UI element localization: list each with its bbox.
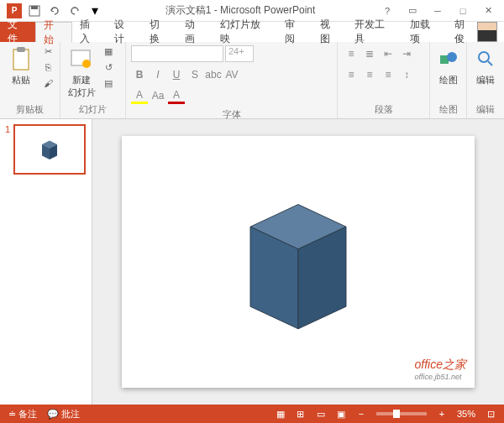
notes-button[interactable]: ≐ 备注 <box>3 408 42 420</box>
save-icon[interactable] <box>25 2 44 20</box>
svg-point-8 <box>479 52 489 62</box>
format-painter-icon[interactable]: 🖌 <box>40 76 55 91</box>
group-paragraph-label: 段落 <box>341 102 426 117</box>
ribbon: 粘贴 ✂ ⎘ 🖌 剪贴板 新建 幻灯片 ▦ ↺ ▤ 幻灯片 <box>0 42 504 119</box>
slide[interactable]: office之家 office.jb51.net <box>122 136 475 388</box>
close-icon[interactable]: ✕ <box>477 2 499 20</box>
tab-animations[interactable]: 动画 <box>177 22 213 42</box>
bullets-button[interactable]: ≡ <box>343 45 360 62</box>
tab-slideshow[interactable]: 幻灯片放映 <box>213 22 277 42</box>
status-bar: ≐ 备注 💬 批注 ▦ ⊞ ▭ ▣ − + 35% ⊡ <box>0 405 504 423</box>
comments-button[interactable]: 💬 批注 <box>42 408 85 420</box>
notes-icon: ≐ <box>8 409 16 420</box>
zoom-slider[interactable] <box>376 412 427 415</box>
cut-icon[interactable]: ✂ <box>40 44 55 59</box>
zoom-in-button[interactable]: + <box>432 405 452 423</box>
svg-rect-2 <box>13 50 29 70</box>
tab-addins[interactable]: 加载项 <box>402 22 448 42</box>
undo-icon[interactable] <box>45 2 64 20</box>
tab-insert[interactable]: 插入 <box>72 22 108 42</box>
tab-home[interactable]: 开始 <box>35 22 72 42</box>
group-drawing-label: 绘图 <box>433 102 463 117</box>
underline-button[interactable]: U <box>168 66 185 83</box>
tab-review[interactable]: 审阅 <box>277 22 312 42</box>
svg-point-7 <box>447 52 457 62</box>
svg-rect-1 <box>31 6 38 9</box>
tab-view[interactable]: 视图 <box>312 22 348 42</box>
new-slide-icon <box>68 45 95 72</box>
shadow-button[interactable]: S <box>186 66 203 83</box>
tab-design[interactable]: 设计 <box>107 22 142 42</box>
svg-rect-3 <box>17 47 25 52</box>
avatar <box>477 22 497 42</box>
comments-icon: 💬 <box>47 409 59 420</box>
group-slides-label: 幻灯片 <box>64 102 122 117</box>
highlight-button[interactable]: A <box>131 87 148 104</box>
numbering-button[interactable]: ≣ <box>361 45 378 62</box>
new-slide-button[interactable]: 新建 幻灯片 <box>64 44 99 101</box>
case-button[interactable]: Aa <box>150 87 166 104</box>
svg-point-5 <box>82 60 91 68</box>
font-color-button[interactable]: A <box>168 87 185 104</box>
cube-shape[interactable] <box>218 182 378 342</box>
reset-icon[interactable]: ↺ <box>101 60 116 75</box>
italic-button[interactable]: I <box>150 66 166 83</box>
editing-button[interactable]: 编辑 <box>470 44 501 88</box>
tab-developer[interactable]: 开发工具 <box>347 22 402 42</box>
drawing-button[interactable]: 绘图 <box>433 44 464 88</box>
copy-icon[interactable]: ⎘ <box>40 60 55 75</box>
font-size-input[interactable]: 24+ <box>225 45 254 62</box>
slide-canvas-area: office之家 office.jb51.net <box>92 119 504 405</box>
layout-icon[interactable]: ▦ <box>101 44 116 59</box>
fit-window-icon[interactable]: ⊡ <box>480 405 501 423</box>
group-editing-label: 编辑 <box>470 102 501 117</box>
strike-button[interactable]: abc <box>205 66 222 83</box>
find-icon <box>472 45 499 72</box>
tab-transitions[interactable]: 切换 <box>142 22 177 42</box>
svg-line-9 <box>488 61 492 65</box>
indent-dec-button[interactable]: ⇤ <box>380 45 396 62</box>
group-clipboard-label: 剪贴板 <box>3 102 56 117</box>
align-left-button[interactable]: ≡ <box>343 66 360 83</box>
line-spacing-button[interactable]: ↕ <box>398 66 415 83</box>
watermark: office之家 office.jb51.net <box>415 358 466 381</box>
tab-file[interactable]: 文件 <box>0 22 35 42</box>
thumb-number: 1 <box>5 124 10 175</box>
slide-thumbnail[interactable] <box>13 124 86 175</box>
user-menu[interactable]: 胡俊 <box>448 22 504 42</box>
clipboard-icon <box>8 45 34 72</box>
zoom-out-button[interactable]: − <box>351 405 371 423</box>
window-title: 演示文稿1 - Microsoft PowerPoint <box>104 3 376 18</box>
indent-inc-button[interactable]: ⇥ <box>398 45 415 62</box>
sorter-view-icon[interactable]: ⊞ <box>291 405 311 423</box>
font-family-input[interactable] <box>131 45 223 62</box>
shapes-icon <box>435 45 462 72</box>
bold-button[interactable]: B <box>131 66 148 83</box>
slide-thumbnails-panel: 1 <box>0 119 92 405</box>
slideshow-view-icon[interactable]: ▣ <box>331 405 351 423</box>
align-right-button[interactable]: ≡ <box>380 66 396 83</box>
paste-button[interactable]: 粘贴 <box>3 44 39 88</box>
reading-view-icon[interactable]: ▭ <box>311 405 331 423</box>
align-center-button[interactable]: ≡ <box>361 66 378 83</box>
section-icon[interactable]: ▤ <box>101 76 116 91</box>
normal-view-icon[interactable]: ▦ <box>270 405 291 423</box>
zoom-level[interactable]: 35% <box>452 409 480 419</box>
cube-thumb-icon <box>37 137 62 162</box>
spacing-button[interactable]: AV <box>223 66 240 83</box>
